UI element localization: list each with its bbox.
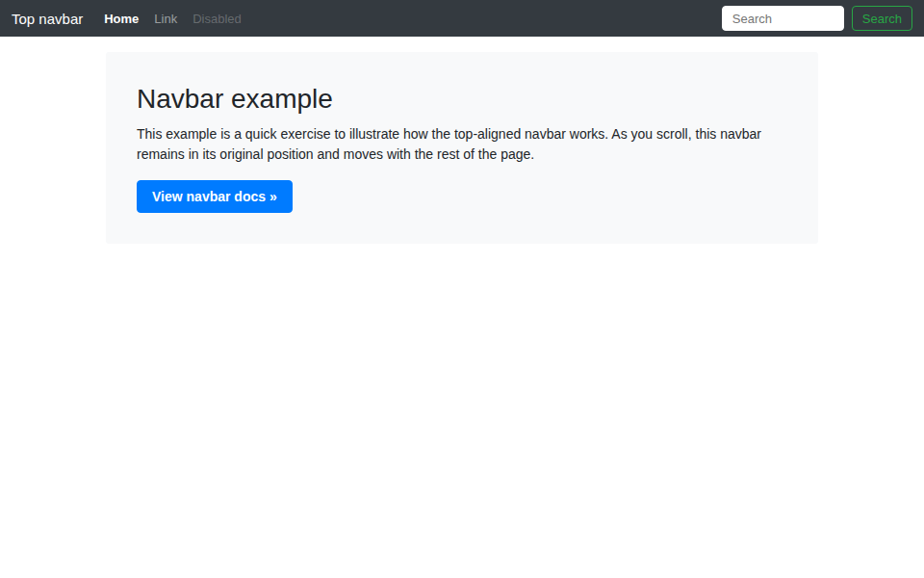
search-input[interactable] (722, 6, 844, 31)
nav-link-link[interactable]: Link (146, 12, 185, 26)
nav-link-home[interactable]: Home (96, 12, 146, 26)
page-description: This example is a quick exercise to illu… (137, 124, 787, 165)
page-content: Navbar example This example is a quick e… (0, 52, 924, 244)
nav-item-home: Home (96, 10, 146, 27)
navbar-nav: Home Link Disabled (96, 10, 249, 27)
search-form: Search (722, 6, 912, 31)
nav-item-disabled: Disabled (185, 10, 249, 27)
page-title: Navbar example (137, 84, 787, 115)
jumbotron: Navbar example This example is a quick e… (106, 52, 818, 244)
top-navbar: Top navbar Home Link Disabled Search (0, 0, 924, 37)
search-button[interactable]: Search (852, 6, 912, 31)
view-navbar-docs-button[interactable]: View navbar docs » (137, 180, 293, 213)
nav-link-disabled: Disabled (185, 12, 249, 26)
nav-item-link: Link (146, 10, 185, 27)
navbar-brand[interactable]: Top navbar (12, 11, 83, 27)
